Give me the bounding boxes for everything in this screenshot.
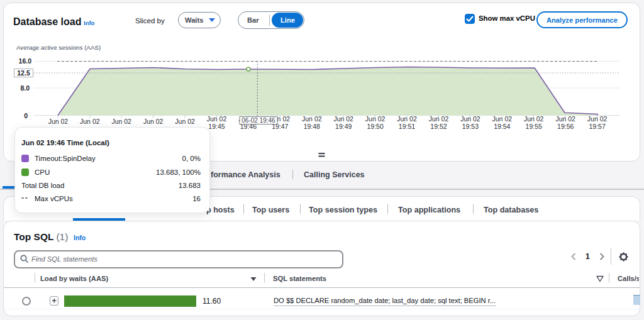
svg-text:19:52: 19:52 [430, 123, 447, 130]
svg-text:0: 0 [24, 112, 28, 119]
svg-text:8.0: 8.0 [20, 84, 30, 92]
svg-text:Jun 02: Jun 02 [48, 118, 69, 125]
svg-text:19:51: 19:51 [399, 123, 415, 130]
svg-text:Jun 02: Jun 02 [397, 115, 417, 123]
svg-text:Jun 02: Jun 02 [555, 115, 575, 123]
svg-text:Jun 02: Jun 02 [587, 115, 608, 123]
svg-text:19:56: 19:56 [557, 123, 574, 130]
svg-text:19:55: 19:55 [526, 123, 542, 130]
svg-text:Jun 02: Jun 02 [492, 115, 513, 123]
svg-text:Jun 02: Jun 02 [80, 118, 100, 125]
svg-text:Jun 02: Jun 02 [111, 118, 131, 125]
svg-text:19:45: 19:45 [208, 123, 225, 130]
svg-text:19:57: 19:57 [589, 123, 605, 130]
svg-text:Jun 02: Jun 02 [460, 115, 480, 123]
svg-text:Jun 02: Jun 02 [524, 115, 544, 123]
svg-text:19:48: 19:48 [304, 123, 320, 130]
svg-text:06-02 19:46: 06-02 19:46 [242, 117, 275, 124]
svg-text:Jun 02: Jun 02 [365, 115, 386, 123]
svg-text:Jun 02: Jun 02 [333, 115, 353, 123]
svg-text:Jun 02: Jun 02 [302, 115, 322, 123]
svg-text:Jun 02: Jun 02 [143, 118, 164, 125]
svg-text:Jun 02: Jun 02 [429, 115, 449, 123]
svg-text:19:49: 19:49 [335, 123, 352, 130]
svg-text:19:54: 19:54 [494, 123, 510, 130]
svg-text:Jun 02: Jun 02 [207, 115, 227, 123]
svg-text:Jun 02: Jun 02 [175, 118, 195, 125]
svg-text:19:53: 19:53 [462, 123, 479, 130]
svg-text:12.5: 12.5 [17, 69, 30, 77]
svg-text:16.0: 16.0 [19, 57, 32, 65]
svg-text:Average active sessions (AAS): Average active sessions (AAS) [16, 44, 101, 51]
svg-text:19:50: 19:50 [367, 123, 383, 130]
